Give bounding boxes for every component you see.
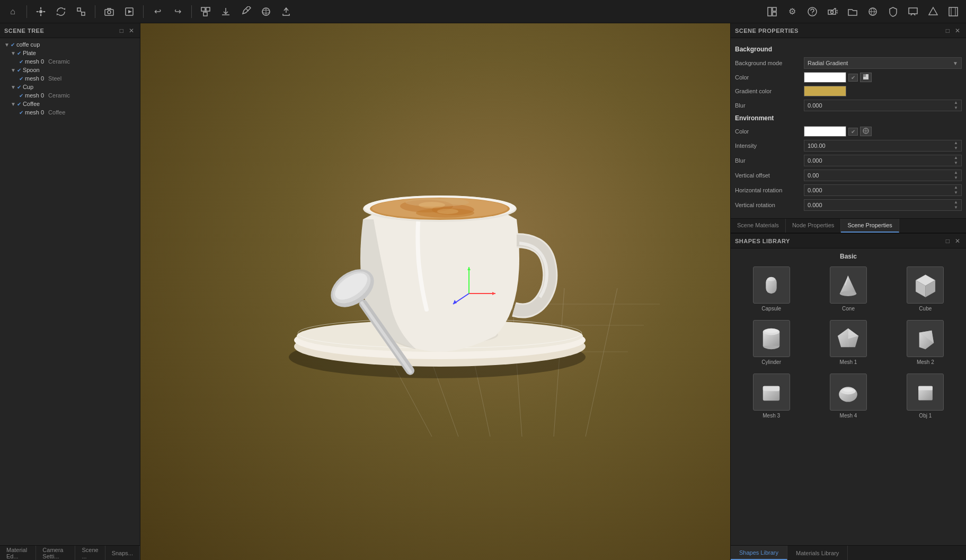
tab-scene-properties[interactable]: Scene Properties — [841, 219, 899, 233]
blur-down[interactable]: ▼ — [954, 105, 958, 111]
tree-item-coffee-mesh[interactable]: ✔ mesh 0 Coffee — [0, 108, 140, 117]
tree-check-spoon-mesh[interactable]: ✔ — [19, 76, 23, 82]
shape-item-capsule[interactable]: Capsule — [735, 264, 808, 314]
shapes-lib-close[interactable]: ✕ — [953, 237, 962, 245]
tab-camera-settings[interactable]: Camera Setti... — [36, 546, 75, 560]
vert-rot-arrows[interactable]: ▲ ▼ — [954, 200, 958, 210]
tree-check-plate-mesh[interactable]: ✔ — [19, 59, 23, 65]
vert-offset-field[interactable]: 0.00 ▲ ▼ — [804, 170, 962, 181]
scene-tree-maximize[interactable]: □ — [118, 27, 125, 34]
vert-offset-up[interactable]: ▲ — [954, 170, 958, 175]
tree-toggle-coffe-cup[interactable]: ▼ — [4, 42, 10, 48]
color-swatch-white[interactable] — [804, 72, 846, 83]
intensity-down[interactable]: ▼ — [954, 146, 958, 151]
intensity-up[interactable]: ▲ — [954, 140, 958, 146]
shape-item-cone[interactable]: Cone — [812, 264, 884, 314]
help-icon[interactable] — [804, 3, 821, 20]
tree-check-plate[interactable]: ✔ — [17, 50, 21, 56]
env-color-check-btn[interactable]: ✔ — [848, 128, 858, 136]
tree-check-coffee[interactable]: ✔ — [17, 101, 21, 107]
tree-check-cup-mesh[interactable]: ✔ — [19, 93, 23, 99]
edit-icon[interactable] — [237, 3, 254, 20]
shield-icon[interactable] — [884, 3, 901, 20]
color-pick-btn[interactable] — [860, 73, 872, 82]
tree-item-plate[interactable]: ▼ ✔ Plate — [0, 49, 140, 57]
horiz-rot-down[interactable]: ▼ — [954, 190, 958, 195]
chat-icon[interactable] — [905, 3, 921, 20]
env-color-swatch[interactable] — [804, 126, 846, 137]
home-icon[interactable]: ⌂ — [4, 3, 21, 20]
intensity-field[interactable]: 100.00 ▲ ▼ — [804, 140, 962, 152]
folder-icon[interactable] — [844, 3, 861, 20]
import-icon[interactable] — [217, 3, 234, 20]
network-icon[interactable] — [864, 3, 881, 20]
vert-rot-down[interactable]: ▼ — [954, 205, 958, 210]
tree-item-spoon-mesh[interactable]: ✔ mesh 0 Steel — [0, 74, 140, 83]
env-blur-field[interactable]: 0.000 ▲ ▼ — [804, 155, 962, 166]
blur-arrows[interactable]: ▲ ▼ — [954, 100, 958, 111]
scene-props-maximize[interactable]: □ — [944, 27, 951, 34]
camera-icon[interactable] — [101, 3, 118, 20]
settings-icon[interactable]: ⚙ — [784, 3, 801, 20]
tree-toggle-plate[interactable]: ▼ — [11, 50, 16, 56]
rotate-icon[interactable] — [52, 3, 69, 20]
horiz-rot-field[interactable]: 0.000 ▲ ▼ — [804, 184, 962, 196]
blur-up[interactable]: ▲ — [954, 100, 958, 105]
shape-item-obj1[interactable]: Obj 1 — [889, 371, 962, 421]
horiz-rot-up[interactable]: ▲ — [954, 185, 958, 190]
tree-item-plate-mesh[interactable]: ✔ mesh 0 Ceramic — [0, 57, 140, 66]
bg-mode-dropdown[interactable]: Radial Gradient ▼ — [804, 57, 962, 69]
vert-rot-field[interactable]: 0.000 ▲ ▼ — [804, 199, 962, 211]
scene-tree-close[interactable]: ✕ — [127, 27, 136, 34]
env-blur-arrows[interactable]: ▲ ▼ — [954, 155, 958, 166]
tree-item-spoon[interactable]: ▼ ✔ Spoon — [0, 66, 140, 74]
tab-snaps[interactable]: Snaps... — [105, 546, 140, 560]
scene-props-close[interactable]: ✕ — [953, 27, 962, 34]
tree-toggle-spoon[interactable]: ▼ — [11, 67, 16, 73]
vert-rot-up[interactable]: ▲ — [954, 200, 958, 205]
library-tab-shapes[interactable]: Shapes Library — [731, 546, 787, 560]
tree-item-coffee[interactable]: ▼ ✔ Coffee — [0, 100, 140, 108]
env-blur-down[interactable]: ▼ — [954, 161, 958, 166]
color-check-btn[interactable]: ✔ — [848, 74, 858, 82]
vert-offset-arrows[interactable]: ▲ ▼ — [954, 170, 958, 181]
tree-check-coffe-cup[interactable]: ✔ — [11, 42, 15, 48]
tab-node-properties[interactable]: Node Properties — [786, 219, 841, 233]
render-icon[interactable] — [121, 3, 138, 20]
shape-item-mesh3[interactable]: Mesh 3 — [735, 371, 808, 421]
tab-scene[interactable]: Scene ... — [75, 546, 105, 560]
scale-icon[interactable] — [73, 3, 90, 20]
shape-item-mesh4[interactable]: Mesh 4 — [812, 371, 884, 421]
tab-material-ed[interactable]: Material Ed... — [0, 546, 36, 560]
shape-item-cylinder[interactable]: Cylinder — [735, 318, 808, 367]
env-blur-up[interactable]: ▲ — [954, 155, 958, 161]
blur-field[interactable]: 0.000 ▲ ▼ — [804, 100, 962, 111]
viewport[interactable]: cup.koruScene ✕ — [140, 23, 730, 560]
tree-check-cup[interactable]: ✔ — [17, 84, 21, 90]
shapes-lib-maximize[interactable]: □ — [944, 237, 951, 245]
move-icon[interactable] — [32, 3, 49, 20]
shape-item-mesh1[interactable]: Mesh 1 — [812, 318, 884, 367]
gradient-color-swatch[interactable] — [804, 86, 846, 96]
library-tab-materials[interactable]: Materials Library — [787, 546, 848, 560]
shape-item-cube[interactable]: Cube — [889, 264, 962, 314]
transform-icon[interactable] — [197, 3, 214, 20]
tab-scene-materials[interactable]: Scene Materials — [731, 219, 786, 233]
horiz-rot-arrows[interactable]: ▲ ▼ — [954, 185, 958, 195]
env-color-pick-btn[interactable] — [860, 127, 872, 136]
physics-icon[interactable] — [258, 3, 274, 20]
intensity-arrows[interactable]: ▲ ▼ — [954, 140, 958, 151]
vert-offset-down[interactable]: ▼ — [954, 175, 958, 181]
export-icon[interactable] — [278, 3, 295, 20]
expand-icon[interactable] — [945, 3, 962, 20]
camera2-icon[interactable] — [824, 3, 841, 20]
tree-toggle-cup[interactable]: ▼ — [11, 84, 16, 90]
tree-check-spoon[interactable]: ✔ — [17, 67, 21, 73]
shape-icon[interactable] — [925, 3, 942, 20]
tree-toggle-coffee[interactable]: ▼ — [11, 101, 16, 107]
undo-icon[interactable]: ↩ — [149, 3, 166, 20]
tree-item-cup[interactable]: ▼ ✔ Cup — [0, 83, 140, 91]
layout-icon[interactable] — [764, 3, 781, 20]
tree-item-cup-mesh[interactable]: ✔ mesh 0 Ceramic — [0, 91, 140, 100]
tree-check-coffee-mesh[interactable]: ✔ — [19, 110, 23, 115]
